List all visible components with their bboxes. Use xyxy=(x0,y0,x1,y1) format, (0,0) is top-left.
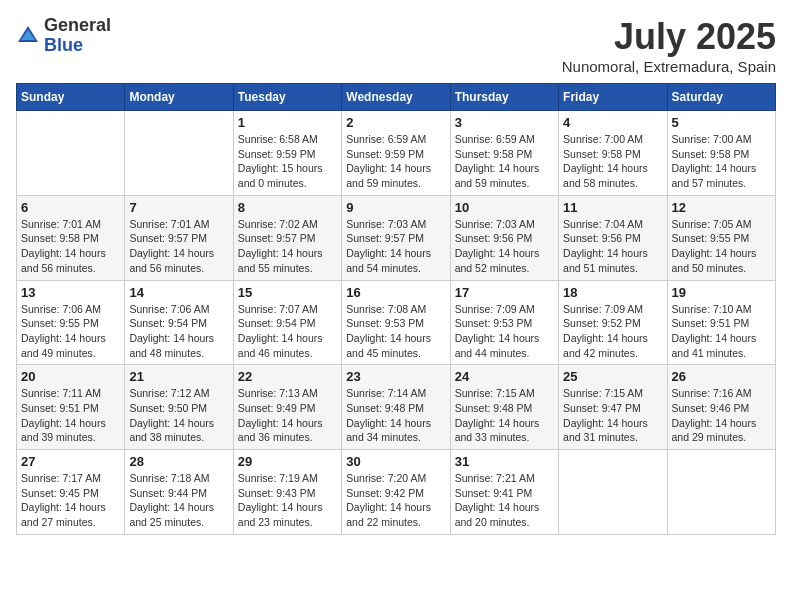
day-info: Sunrise: 7:00 AMSunset: 9:58 PMDaylight:… xyxy=(672,132,771,191)
weekday-header: Saturday xyxy=(667,84,775,111)
day-info: Sunrise: 7:15 AMSunset: 9:47 PMDaylight:… xyxy=(563,386,662,445)
calendar-cell: 30Sunrise: 7:20 AMSunset: 9:42 PMDayligh… xyxy=(342,450,450,535)
day-info: Sunrise: 7:20 AMSunset: 9:42 PMDaylight:… xyxy=(346,471,445,530)
calendar-cell: 3Sunrise: 6:59 AMSunset: 9:58 PMDaylight… xyxy=(450,111,558,196)
logo: General Blue xyxy=(16,16,111,56)
day-info: Sunrise: 7:04 AMSunset: 9:56 PMDaylight:… xyxy=(563,217,662,276)
day-number: 10 xyxy=(455,200,554,215)
day-number: 22 xyxy=(238,369,337,384)
day-number: 4 xyxy=(563,115,662,130)
calendar-cell: 9Sunrise: 7:03 AMSunset: 9:57 PMDaylight… xyxy=(342,195,450,280)
title-block: July 2025 Nunomoral, Extremadura, Spain xyxy=(562,16,776,75)
calendar-cell xyxy=(17,111,125,196)
day-info: Sunrise: 7:17 AMSunset: 9:45 PMDaylight:… xyxy=(21,471,120,530)
calendar-cell: 6Sunrise: 7:01 AMSunset: 9:58 PMDaylight… xyxy=(17,195,125,280)
day-number: 27 xyxy=(21,454,120,469)
day-info: Sunrise: 7:13 AMSunset: 9:49 PMDaylight:… xyxy=(238,386,337,445)
calendar-cell: 2Sunrise: 6:59 AMSunset: 9:59 PMDaylight… xyxy=(342,111,450,196)
calendar-cell: 29Sunrise: 7:19 AMSunset: 9:43 PMDayligh… xyxy=(233,450,341,535)
calendar-cell: 25Sunrise: 7:15 AMSunset: 9:47 PMDayligh… xyxy=(559,365,667,450)
calendar-cell: 31Sunrise: 7:21 AMSunset: 9:41 PMDayligh… xyxy=(450,450,558,535)
calendar-cell: 5Sunrise: 7:00 AMSunset: 9:58 PMDaylight… xyxy=(667,111,775,196)
day-info: Sunrise: 7:11 AMSunset: 9:51 PMDaylight:… xyxy=(21,386,120,445)
day-number: 25 xyxy=(563,369,662,384)
day-number: 28 xyxy=(129,454,228,469)
weekday-header: Friday xyxy=(559,84,667,111)
calendar-cell: 18Sunrise: 7:09 AMSunset: 9:52 PMDayligh… xyxy=(559,280,667,365)
calendar-cell: 24Sunrise: 7:15 AMSunset: 9:48 PMDayligh… xyxy=(450,365,558,450)
day-number: 26 xyxy=(672,369,771,384)
calendar-cell: 19Sunrise: 7:10 AMSunset: 9:51 PMDayligh… xyxy=(667,280,775,365)
day-info: Sunrise: 7:01 AMSunset: 9:57 PMDaylight:… xyxy=(129,217,228,276)
day-info: Sunrise: 7:16 AMSunset: 9:46 PMDaylight:… xyxy=(672,386,771,445)
weekday-header: Thursday xyxy=(450,84,558,111)
calendar-cell: 27Sunrise: 7:17 AMSunset: 9:45 PMDayligh… xyxy=(17,450,125,535)
calendar-cell: 23Sunrise: 7:14 AMSunset: 9:48 PMDayligh… xyxy=(342,365,450,450)
day-number: 12 xyxy=(672,200,771,215)
day-info: Sunrise: 6:59 AMSunset: 9:59 PMDaylight:… xyxy=(346,132,445,191)
day-info: Sunrise: 7:14 AMSunset: 9:48 PMDaylight:… xyxy=(346,386,445,445)
day-number: 15 xyxy=(238,285,337,300)
day-number: 24 xyxy=(455,369,554,384)
day-info: Sunrise: 6:58 AMSunset: 9:59 PMDaylight:… xyxy=(238,132,337,191)
logo-general: General xyxy=(44,15,111,35)
calendar-cell xyxy=(667,450,775,535)
calendar-cell: 10Sunrise: 7:03 AMSunset: 9:56 PMDayligh… xyxy=(450,195,558,280)
day-number: 29 xyxy=(238,454,337,469)
logo-text: General Blue xyxy=(44,16,111,56)
location-title: Nunomoral, Extremadura, Spain xyxy=(562,58,776,75)
calendar-cell: 20Sunrise: 7:11 AMSunset: 9:51 PMDayligh… xyxy=(17,365,125,450)
calendar-week-row: 6Sunrise: 7:01 AMSunset: 9:58 PMDaylight… xyxy=(17,195,776,280)
logo-icon xyxy=(16,24,40,48)
day-number: 23 xyxy=(346,369,445,384)
day-number: 14 xyxy=(129,285,228,300)
day-number: 30 xyxy=(346,454,445,469)
day-info: Sunrise: 7:09 AMSunset: 9:52 PMDaylight:… xyxy=(563,302,662,361)
day-number: 16 xyxy=(346,285,445,300)
day-number: 9 xyxy=(346,200,445,215)
day-info: Sunrise: 7:06 AMSunset: 9:55 PMDaylight:… xyxy=(21,302,120,361)
weekday-header: Tuesday xyxy=(233,84,341,111)
day-info: Sunrise: 7:03 AMSunset: 9:56 PMDaylight:… xyxy=(455,217,554,276)
day-number: 18 xyxy=(563,285,662,300)
calendar-cell: 11Sunrise: 7:04 AMSunset: 9:56 PMDayligh… xyxy=(559,195,667,280)
day-info: Sunrise: 7:06 AMSunset: 9:54 PMDaylight:… xyxy=(129,302,228,361)
weekday-header: Sunday xyxy=(17,84,125,111)
day-info: Sunrise: 7:00 AMSunset: 9:58 PMDaylight:… xyxy=(563,132,662,191)
calendar-cell: 16Sunrise: 7:08 AMSunset: 9:53 PMDayligh… xyxy=(342,280,450,365)
day-number: 1 xyxy=(238,115,337,130)
day-info: Sunrise: 7:12 AMSunset: 9:50 PMDaylight:… xyxy=(129,386,228,445)
day-number: 11 xyxy=(563,200,662,215)
day-info: Sunrise: 6:59 AMSunset: 9:58 PMDaylight:… xyxy=(455,132,554,191)
day-info: Sunrise: 7:21 AMSunset: 9:41 PMDaylight:… xyxy=(455,471,554,530)
day-info: Sunrise: 7:10 AMSunset: 9:51 PMDaylight:… xyxy=(672,302,771,361)
calendar-cell: 7Sunrise: 7:01 AMSunset: 9:57 PMDaylight… xyxy=(125,195,233,280)
day-info: Sunrise: 7:03 AMSunset: 9:57 PMDaylight:… xyxy=(346,217,445,276)
day-number: 7 xyxy=(129,200,228,215)
day-number: 3 xyxy=(455,115,554,130)
day-number: 8 xyxy=(238,200,337,215)
day-info: Sunrise: 7:19 AMSunset: 9:43 PMDaylight:… xyxy=(238,471,337,530)
calendar-cell xyxy=(559,450,667,535)
day-number: 21 xyxy=(129,369,228,384)
calendar-cell: 15Sunrise: 7:07 AMSunset: 9:54 PMDayligh… xyxy=(233,280,341,365)
day-number: 6 xyxy=(21,200,120,215)
calendar-cell: 4Sunrise: 7:00 AMSunset: 9:58 PMDaylight… xyxy=(559,111,667,196)
day-number: 19 xyxy=(672,285,771,300)
day-info: Sunrise: 7:07 AMSunset: 9:54 PMDaylight:… xyxy=(238,302,337,361)
calendar-cell: 8Sunrise: 7:02 AMSunset: 9:57 PMDaylight… xyxy=(233,195,341,280)
calendar-week-row: 20Sunrise: 7:11 AMSunset: 9:51 PMDayligh… xyxy=(17,365,776,450)
calendar-cell: 26Sunrise: 7:16 AMSunset: 9:46 PMDayligh… xyxy=(667,365,775,450)
day-number: 20 xyxy=(21,369,120,384)
weekday-header: Monday xyxy=(125,84,233,111)
page-header: General Blue July 2025 Nunomoral, Extrem… xyxy=(16,16,776,75)
calendar-week-row: 27Sunrise: 7:17 AMSunset: 9:45 PMDayligh… xyxy=(17,450,776,535)
day-number: 17 xyxy=(455,285,554,300)
weekday-header-row: SundayMondayTuesdayWednesdayThursdayFrid… xyxy=(17,84,776,111)
calendar-cell: 21Sunrise: 7:12 AMSunset: 9:50 PMDayligh… xyxy=(125,365,233,450)
calendar-cell: 28Sunrise: 7:18 AMSunset: 9:44 PMDayligh… xyxy=(125,450,233,535)
day-info: Sunrise: 7:01 AMSunset: 9:58 PMDaylight:… xyxy=(21,217,120,276)
calendar-cell: 14Sunrise: 7:06 AMSunset: 9:54 PMDayligh… xyxy=(125,280,233,365)
calendar-cell: 12Sunrise: 7:05 AMSunset: 9:55 PMDayligh… xyxy=(667,195,775,280)
day-info: Sunrise: 7:08 AMSunset: 9:53 PMDaylight:… xyxy=(346,302,445,361)
